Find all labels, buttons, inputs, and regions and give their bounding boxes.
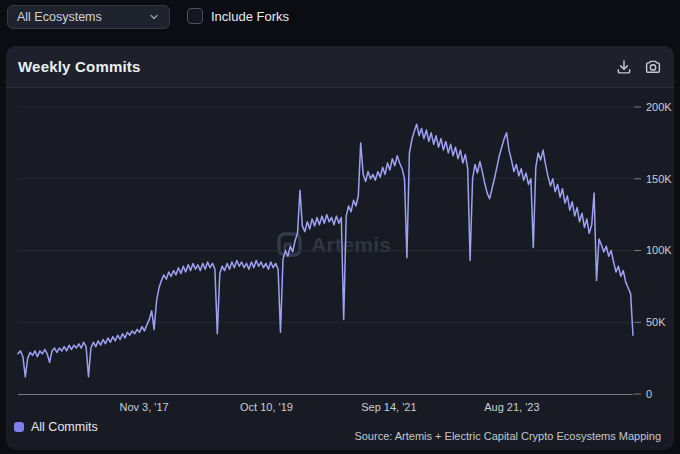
svg-text:150K: 150K (646, 173, 672, 185)
svg-text:100K: 100K (646, 244, 672, 256)
svg-text:Aug 21, '23: Aug 21, '23 (484, 401, 539, 413)
ecosystem-select-value: All Ecosystems (17, 10, 102, 24)
chevron-down-icon (148, 11, 160, 23)
legend-color-chip (14, 422, 24, 432)
card-header: Weekly Commits (6, 46, 674, 88)
source-attribution: Source: Artemis + Electric Capital Crypt… (354, 430, 661, 442)
commits-line-chart[interactable]: 050K100K150K200KNov 3, '17Oct 10, '19Sep… (6, 88, 674, 450)
include-forks-label: Include Forks (211, 9, 289, 24)
svg-text:Sep 14, '21: Sep 14, '21 (361, 401, 416, 413)
legend-item-all-commits: All Commits (14, 420, 98, 434)
include-forks-checkbox[interactable] (187, 8, 203, 24)
legend-label: All Commits (31, 420, 98, 434)
camera-icon[interactable] (644, 58, 662, 76)
svg-text:Nov 3, '17: Nov 3, '17 (119, 401, 168, 413)
download-icon[interactable] (615, 58, 633, 76)
svg-text:Oct 10, '19: Oct 10, '19 (240, 401, 293, 413)
weekly-commits-card: Weekly Commits Artemis (6, 46, 674, 450)
card-title: Weekly Commits (18, 58, 141, 75)
ecosystem-select[interactable]: All Ecosystems (7, 5, 170, 29)
svg-text:0: 0 (646, 388, 652, 400)
svg-text:50K: 50K (646, 316, 666, 328)
svg-text:200K: 200K (646, 101, 672, 113)
